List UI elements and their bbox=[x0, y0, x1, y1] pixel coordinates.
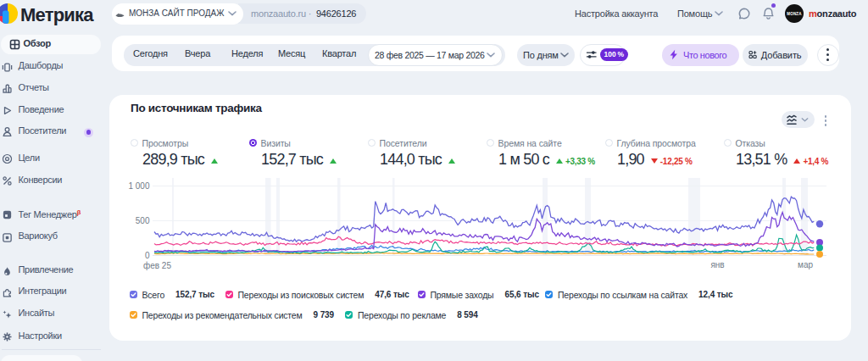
svg-text:0: 0 bbox=[145, 251, 150, 260]
svg-text:янв: янв bbox=[710, 260, 724, 269]
svg-text:500: 500 bbox=[136, 216, 150, 225]
svg-text:1 000: 1 000 bbox=[128, 181, 149, 191]
svg-text:фев 25: фев 25 bbox=[143, 261, 171, 270]
svg-text:мар: мар bbox=[798, 260, 813, 269]
